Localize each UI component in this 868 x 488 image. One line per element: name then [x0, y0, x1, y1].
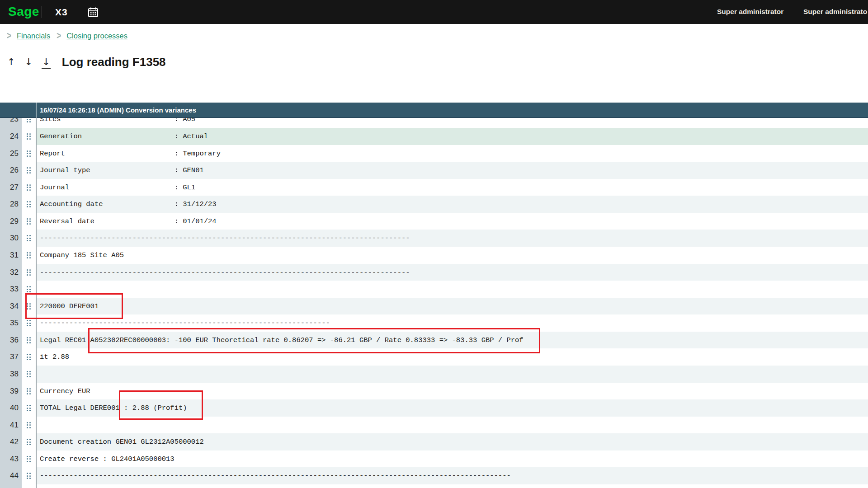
row-number: 34: [0, 298, 22, 315]
row-number: 43: [0, 450, 22, 468]
log-line-text: Create reverse : GL2401A05000013: [36, 450, 868, 468]
table-row[interactable]: 24Generation : Actual: [0, 128, 868, 145]
drag-handle-icon[interactable]: [22, 196, 36, 213]
page: { "topbar": { "brand": "Sage", "product"…: [0, 0, 868, 488]
log-line-text: [36, 281, 868, 298]
log-line-text: [36, 366, 868, 383]
log-line-text: ----------------------------------------…: [36, 314, 868, 332]
row-number: 26: [0, 162, 22, 179]
log-line-text: 220000 DERE001: [36, 298, 868, 315]
table-row[interactable]: 35--------------------------------------…: [0, 314, 868, 332]
grid-toolbar: 50 Results Display:: [0, 76, 868, 103]
log-line-text: TOTAL Legal DERE001 : 2.88 (Profit): [36, 399, 868, 417]
calendar-icon[interactable]: [88, 7, 99, 18]
drag-handle-icon[interactable]: [22, 450, 36, 468]
table-row[interactable]: 44--------------------------------------…: [0, 467, 868, 484]
table-row[interactable]: 43Create reverse : GL2401A05000013: [0, 450, 868, 468]
drag-handle-icon[interactable]: [22, 247, 36, 264]
log-line-text: ----------------------------------------…: [36, 484, 868, 488]
table-row[interactable]: 29Reversal date : 01/01/24: [0, 213, 868, 230]
row-number: 42: [0, 433, 22, 450]
row-number: 39: [0, 383, 22, 400]
table-row[interactable]: 38: [0, 366, 868, 383]
table-row[interactable]: 36Legal REC01 A052302REC00000003: -100 E…: [0, 332, 868, 349]
drag-handle-icon[interactable]: [22, 383, 36, 400]
table-row[interactable]: 41: [0, 417, 868, 434]
product-name[interactable]: X3: [55, 7, 68, 18]
drag-handle-icon[interactable]: [22, 298, 36, 315]
log-line-text: ----------------------------------------…: [36, 264, 868, 281]
drag-handle-icon[interactable]: [22, 467, 36, 484]
table-row[interactable]: 32--------------------------------------…: [0, 264, 868, 281]
table-row[interactable]: 30--------------------------------------…: [0, 230, 868, 247]
table-row[interactable]: 42Document creation GEN01 GL2312A0500001…: [0, 433, 868, 450]
chevron-right-icon: >: [57, 30, 61, 42]
scroll-down-arrow-button[interactable]: ↓: [25, 57, 33, 67]
table-row[interactable]: 33: [0, 281, 868, 298]
drag-handle-icon[interactable]: [22, 314, 36, 332]
drag-handle-icon[interactable]: [22, 484, 36, 488]
log-line-text: Generation : Actual: [36, 128, 868, 145]
table-row[interactable]: 34220000 DERE001: [0, 298, 868, 315]
breadcrumb-link-financials[interactable]: Financials: [17, 32, 50, 40]
breadcrumb-link-closing-processes[interactable]: Closing processes: [66, 32, 127, 40]
log-line-text: Currency EUR: [36, 383, 868, 400]
log-section-header[interactable]: 16/07/24 16:26:18 (ADMIN) Conversion var…: [0, 103, 868, 118]
drag-handle-icon[interactable]: [22, 281, 36, 298]
drag-handle-icon[interactable]: [22, 128, 36, 145]
row-number: 30: [0, 230, 22, 247]
table-row[interactable]: 31Company 185 Site A05: [0, 247, 868, 264]
drag-handle-icon[interactable]: [22, 366, 36, 383]
table-row[interactable]: 37it 2.88: [0, 348, 868, 366]
log-line-text: ----------------------------------------…: [36, 467, 868, 484]
row-number: 25: [0, 145, 22, 162]
table-row[interactable]: 27Journal : GL1: [0, 179, 868, 196]
drag-handle-icon[interactable]: [22, 145, 36, 162]
table-row[interactable]: 26Journal type : GEN01: [0, 162, 868, 179]
log-line-text: it 2.88: [36, 348, 868, 366]
log-line-text: Legal REC01 A052302REC00000003: -100 EUR…: [36, 332, 868, 349]
download-log-button[interactable]: ↓: [42, 57, 50, 67]
drag-handle-icon[interactable]: [22, 213, 36, 230]
drag-handle-icon[interactable]: [22, 332, 36, 349]
row-number: 45: [0, 484, 22, 488]
table-row[interactable]: 40TOTAL Legal DERE001 : 2.88 (Profit): [0, 399, 868, 417]
table-row[interactable]: 28Accounting date : 31/12/23: [0, 196, 868, 213]
drag-handle-icon[interactable]: [22, 433, 36, 450]
drag-handle-icon[interactable]: [22, 162, 36, 179]
user-menu-right[interactable]: Super administrato: [803, 8, 867, 16]
log-line-text: Journal : GL1: [36, 179, 868, 196]
drag-handle-icon[interactable]: [22, 179, 36, 196]
row-number: 28: [0, 196, 22, 213]
table-row[interactable]: 45--------------------------------------…: [0, 484, 868, 488]
row-number: 35: [0, 314, 22, 332]
log-line-text: Report : Temporary: [36, 145, 868, 162]
row-number: 27: [0, 179, 22, 196]
top-app-bar: Sage X3 Super administrator Super admini…: [0, 0, 868, 24]
drag-handle-icon[interactable]: [22, 264, 36, 281]
grid-vertical-divider: [36, 118, 37, 488]
title-bar: ↑ ↓ ↓ Log reading F1358: [0, 47, 868, 76]
row-number: 24: [0, 128, 22, 145]
page-title: Log reading F1358: [62, 55, 166, 69]
drag-handle-icon[interactable]: [22, 348, 36, 366]
scroll-up-arrow-button[interactable]: ↑: [7, 57, 15, 67]
sage-logo[interactable]: Sage: [8, 5, 39, 19]
row-number: 33: [0, 281, 22, 298]
log-line-text: Company 185 Site A05: [36, 247, 868, 264]
user-menu-left[interactable]: Super administrator: [717, 8, 783, 16]
table-row[interactable]: 25Report : Temporary: [0, 145, 868, 162]
log-line-text: Journal type : GEN01: [36, 162, 868, 179]
row-number: 36: [0, 332, 22, 349]
log-line-text: Accounting date : 31/12/23: [36, 196, 868, 213]
grid-vertical-divider: [36, 103, 37, 118]
table-row[interactable]: 39Currency EUR: [0, 383, 868, 400]
row-number: 38: [0, 366, 22, 383]
row-number: 41: [0, 417, 22, 434]
log-line-text: ----------------------------------------…: [36, 230, 868, 247]
drag-handle-icon[interactable]: [22, 417, 36, 434]
log-line-text: [36, 417, 868, 434]
row-number: 31: [0, 247, 22, 264]
drag-handle-icon[interactable]: [22, 230, 36, 247]
drag-handle-icon[interactable]: [22, 399, 36, 417]
